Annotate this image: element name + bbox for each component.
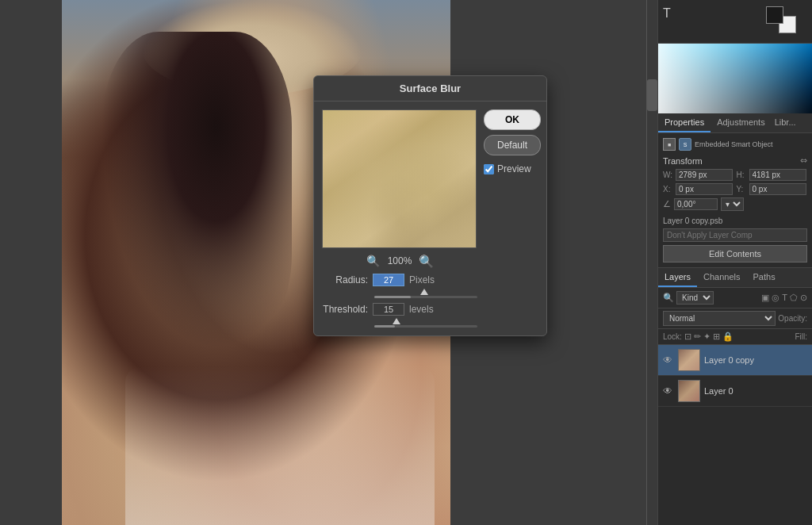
layer-item-0[interactable]: 👁 Layer 0 — [658, 376, 812, 407]
color-picker-area[interactable] — [658, 44, 812, 113]
kind-select[interactable]: Kind — [676, 291, 714, 305]
tab-layers[interactable]: Layers — [658, 268, 697, 287]
pixel-filter-icon[interactable]: ▣ — [761, 293, 769, 303]
threshold-label: Threshold: — [322, 304, 368, 315]
blend-mode-row: Normal Opacity: — [658, 308, 812, 329]
transform-label: Transform — [663, 156, 703, 166]
search-icon: 🔍 — [663, 293, 674, 303]
tab-library[interactable]: Libr... — [772, 113, 799, 132]
eye-icon-0-copy[interactable]: 👁 — [663, 354, 674, 366]
zoom-out-icon[interactable]: 🔍 — [366, 255, 380, 267]
properties-content: ■ S Embedded Smart Object Transform ⇔ W:… — [658, 133, 812, 268]
preview-checkbox[interactable] — [484, 164, 494, 174]
ok-button[interactable]: OK — [484, 109, 541, 130]
layer-item-0-copy[interactable]: 👁 Layer 0 copy — [658, 345, 812, 376]
zoom-in-icon[interactable]: 🔍 — [419, 254, 434, 268]
smart-object-label: Embedded Smart Object — [695, 140, 807, 148]
layer-comp-row — [663, 228, 807, 242]
layers-list: 👁 Layer 0 copy 👁 Layer 0 — [658, 345, 812, 525]
x-label: X: — [663, 185, 674, 194]
x-field: X: — [663, 183, 734, 195]
dialog-preview — [322, 109, 477, 248]
angle-input[interactable] — [674, 198, 718, 210]
filename-label: Layer 0 copy.psb — [663, 217, 722, 225]
fill-label: Fill: — [795, 332, 807, 341]
tab-adjustments[interactable]: Adjustments — [710, 113, 772, 132]
vertical-scrollbar[interactable] — [646, 0, 657, 525]
filename-row: Layer 0 copy.psb — [663, 215, 807, 226]
surface-blur-dialog: Surface Blur 🔍 100 — [313, 75, 547, 336]
threshold-row: Threshold: levels — [322, 303, 477, 316]
layers-search-row: 🔍 Kind ▣ ◎ T ⬠ ⊙ — [658, 288, 812, 308]
smart-object-row: ■ S Embedded Smart Object — [663, 138, 807, 151]
w-input[interactable] — [676, 169, 733, 181]
eye-icon-0[interactable]: 👁 — [663, 385, 674, 397]
w-label: W: — [663, 171, 674, 179]
shape-filter-icon[interactable]: ⬠ — [790, 293, 798, 303]
tab-paths[interactable]: Paths — [747, 268, 782, 287]
y-input[interactable] — [749, 183, 806, 195]
threshold-slider-area[interactable] — [374, 318, 477, 328]
preview-label: Preview — [497, 163, 531, 174]
h-input[interactable] — [749, 169, 806, 181]
zoom-row: 🔍 100% 🔍 — [322, 255, 477, 267]
lock-row: Lock: ⊡ ✏ ✦ ⊞ 🔒 Fill: — [658, 329, 812, 345]
smart-object-icon: S — [679, 138, 691, 151]
layers-tabs: Layers Channels Paths — [658, 268, 812, 288]
layer-0-name: Layer 0 — [704, 386, 807, 396]
y-label: Y: — [737, 185, 748, 194]
radius-label: Radius: — [322, 274, 368, 285]
dialog-title: Surface Blur — [314, 76, 546, 102]
lock-artboard-icon[interactable]: ⊞ — [713, 331, 720, 342]
zoom-level: 100% — [388, 255, 412, 266]
x-input[interactable] — [676, 183, 733, 195]
transform-section: Transform ⇔ W: H: X: — [663, 155, 807, 211]
lock-label: Lock: — [663, 332, 682, 341]
angle-icon: ∠ — [663, 199, 671, 209]
layer-icon: ■ — [663, 138, 676, 151]
radius-unit: Pixels — [409, 274, 435, 285]
edit-contents-button[interactable]: Edit Contents — [663, 245, 807, 262]
tab-channels[interactable]: Channels — [697, 268, 746, 287]
transform-icon: ⇔ — [800, 155, 807, 166]
layer-comp-input[interactable] — [663, 228, 807, 242]
foreground-swatch[interactable] — [766, 6, 783, 24]
lock-all-icon[interactable]: 🔒 — [722, 331, 733, 342]
layer-thumb-0 — [678, 380, 700, 402]
radius-row: Radius: Pixels — [322, 274, 477, 286]
tab-properties[interactable]: Properties — [658, 113, 710, 132]
threshold-unit: levels — [409, 304, 434, 315]
height-field: H: — [737, 169, 808, 181]
layer-0-copy-name: Layer 0 copy — [704, 355, 807, 365]
right-panel: T Properties Adjustments Libr... ■ S Emb… — [657, 0, 812, 525]
lock-position-icon[interactable]: ✦ — [703, 331, 710, 342]
properties-tabs: Properties Adjustments Libr... — [658, 113, 812, 133]
threshold-input[interactable] — [373, 303, 404, 316]
adjust-filter-icon[interactable]: ◎ — [772, 293, 779, 303]
width-field: W: — [663, 169, 734, 181]
angle-dropdown[interactable]: ▾ — [721, 197, 744, 211]
default-button[interactable]: Default — [484, 135, 541, 155]
angle-row: ∠ ▾ — [663, 197, 807, 211]
text-tool-icon: T — [663, 5, 671, 21]
radius-input[interactable] — [373, 274, 404, 286]
color-swatches-area: T — [658, 0, 812, 44]
radius-slider-area[interactable] — [374, 289, 477, 298]
canvas-area: Surface Blur 🔍 100 — [0, 0, 657, 525]
opacity-label: Opacity: — [778, 314, 807, 323]
layers-panel: Layers Channels Paths 🔍 Kind ▣ ◎ T ⬠ ⊙ — [658, 268, 812, 525]
layer-thumb-0-copy — [678, 349, 700, 371]
y-field: Y: — [737, 183, 808, 195]
blend-select[interactable]: Normal — [663, 311, 776, 326]
h-label: H: — [737, 171, 748, 179]
lock-paint-icon[interactable]: ✏ — [694, 331, 701, 342]
lock-transparent-icon[interactable]: ⊡ — [684, 331, 691, 342]
smart-filter-icon[interactable]: ⊙ — [800, 293, 807, 303]
preview-checkbox-row: Preview — [484, 163, 541, 174]
type-filter-icon[interactable]: T — [782, 293, 787, 303]
